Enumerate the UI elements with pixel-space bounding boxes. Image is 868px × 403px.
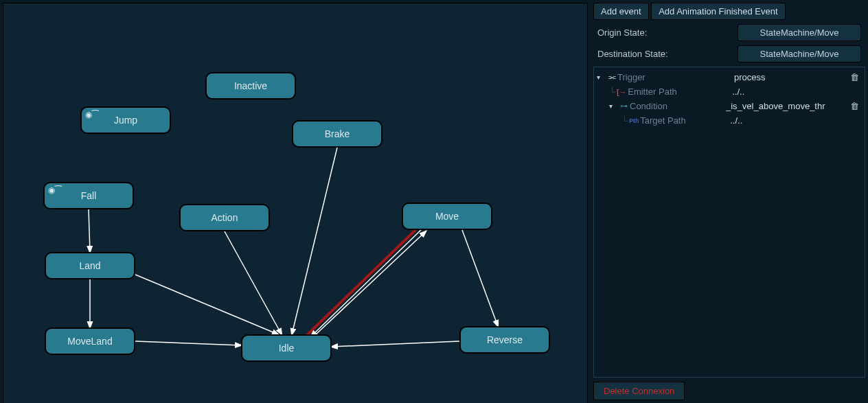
svg-line-7 <box>311 230 421 336</box>
tree-row-trigger[interactable]: ▾ ⫘ Trigger process 🗑 <box>597 70 862 84</box>
signal-icon: ⫘ <box>605 72 617 82</box>
node-label: Jump <box>114 115 137 126</box>
svg-line-2 <box>135 341 241 345</box>
svg-line-10 <box>332 341 459 347</box>
svg-line-8 <box>316 231 426 334</box>
target-label: Target Path <box>640 115 730 126</box>
node-moveland[interactable]: MoveLand <box>45 327 135 355</box>
node-action[interactable]: Action <box>179 204 270 231</box>
node-label: Brake <box>325 128 350 139</box>
origin-state-value[interactable]: StateMachine/Move <box>738 24 861 41</box>
delete-connexion-button[interactable]: Delete Connexion <box>593 382 685 400</box>
node-label: Fall <box>81 190 97 201</box>
node-fall[interactable]: ◉⁀Fall <box>43 182 134 209</box>
node-label: MoveLand <box>67 336 112 347</box>
node-label: Reverse <box>487 334 523 345</box>
tree-row-target[interactable]: └ Pth Target Path ../.. <box>597 113 862 128</box>
svg-line-0 <box>89 209 90 252</box>
destination-state-label: Destination State: <box>597 49 738 59</box>
node-land[interactable]: Land <box>45 252 135 279</box>
trash-icon[interactable]: 🗑 <box>847 101 862 111</box>
node-idle[interactable]: Idle <box>241 334 332 362</box>
state-machine-canvas[interactable]: ◉⁀Jump Inactive Brake ◉⁀Fall Action Move… <box>3 3 588 403</box>
node-label: Idle <box>279 343 295 354</box>
add-anim-finished-button[interactable]: Add Animation Finished Event <box>651 3 785 20</box>
node-label: Land <box>79 260 100 271</box>
node-label: Move <box>435 211 459 222</box>
node-reverse[interactable]: Reverse <box>459 326 550 354</box>
trigger-tree: ▾ ⫘ Trigger process 🗑 └ [→ Emitter Path … <box>593 67 865 378</box>
tree-pipe: └ <box>621 115 628 126</box>
chevron-down-icon: ▾ <box>597 73 605 81</box>
add-event-button[interactable]: Add event <box>593 3 649 20</box>
inspector-panel: Add event Add Animation Finished Event O… <box>591 0 868 403</box>
emit-icon: [→ <box>615 88 628 96</box>
origin-state-label: Origin State: <box>597 27 738 38</box>
svg-line-9 <box>462 230 498 326</box>
node-label: Action <box>212 212 238 223</box>
rss-icon: ◉⁀ <box>85 110 99 119</box>
condition-icon: ⊶ <box>617 102 630 111</box>
svg-line-6 <box>306 230 415 336</box>
svg-line-5 <box>292 148 337 334</box>
svg-line-3 <box>135 275 278 334</box>
tree-row-emitter[interactable]: └ [→ Emitter Path ../.. <box>597 84 862 99</box>
target-value: ../.. <box>730 115 862 126</box>
emitter-label: Emitter Path <box>628 87 732 97</box>
trigger-value: process <box>734 72 847 82</box>
node-label: Inactive <box>234 80 267 91</box>
node-inactive[interactable]: Inactive <box>205 72 296 100</box>
node-move[interactable]: Move <box>402 203 492 230</box>
tree-pipe: └ <box>609 87 615 97</box>
condition-label: Condition <box>630 101 726 111</box>
path-icon: Pth <box>628 117 640 124</box>
trigger-label: Trigger <box>617 72 734 82</box>
node-brake[interactable]: Brake <box>292 120 382 148</box>
rss-icon: ◉⁀ <box>48 185 62 195</box>
destination-state-value[interactable]: StateMachine/Move <box>738 45 861 62</box>
emitter-value: ../.. <box>732 87 862 97</box>
node-jump[interactable]: ◉⁀Jump <box>80 106 171 134</box>
condition-value: _is_vel_above_move_thr <box>726 101 847 111</box>
trash-icon[interactable]: 🗑 <box>847 72 862 82</box>
tree-row-condition[interactable]: ▾ ⊶ Condition _is_vel_above_move_thr 🗑 <box>597 99 862 113</box>
svg-line-4 <box>225 231 282 334</box>
chevron-down-icon: ▾ <box>609 102 617 110</box>
